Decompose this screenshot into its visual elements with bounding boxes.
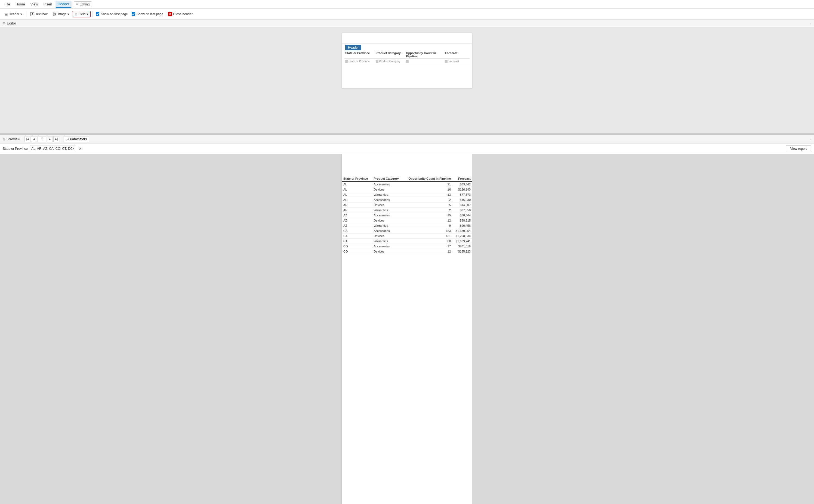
td-forecast: $37,550: [452, 208, 472, 213]
td-count: 15: [403, 213, 452, 218]
canvas-col-3: Opportunity Count In Pipeline: [405, 51, 444, 58]
th-category: Product Category: [372, 176, 403, 182]
preview-section-header: ⊞ Preview |◀ ◀ ▶ ▶| ⊿ Parameters ›: [0, 135, 814, 144]
menu-bar: File Home View Insert Header ✏ Editing: [0, 0, 814, 9]
canvas-header-section[interactable]: Header State or Province Product Categor…: [342, 44, 472, 66]
td-forecast: $90,456: [452, 223, 472, 228]
report-canvas: Header State or Province Product Categor…: [342, 33, 472, 88]
nav-next-btn[interactable]: ▶: [47, 136, 53, 142]
nav-prev-btn[interactable]: ◀: [31, 136, 37, 142]
cell-icon-3: [406, 60, 409, 63]
table-row: CO Devices 12 $155,123: [342, 249, 472, 254]
th-state: State or Province: [342, 176, 372, 182]
header-icon: ▤: [5, 12, 8, 16]
image-button[interactable]: 🖼 Image ▾: [51, 11, 71, 17]
table-row: CA Warranties 88 $1,109,741: [342, 239, 472, 244]
td-category: Warranties: [372, 239, 403, 244]
menu-header[interactable]: Header: [55, 1, 71, 8]
td-forecast: $14,907: [452, 203, 472, 208]
textbox-icon: A: [30, 12, 34, 16]
td-forecast: $58,815: [452, 218, 472, 223]
editor-section-header: ⊞ Editor ›: [0, 20, 814, 27]
view-report-button[interactable]: View report: [786, 145, 811, 152]
canvas-cell-4: Forecast: [444, 60, 470, 63]
td-state: CO: [342, 244, 372, 249]
td-count: 153: [403, 228, 452, 234]
canvas-col-2: Product Category: [375, 51, 405, 58]
menu-insert[interactable]: Insert: [41, 1, 55, 7]
table-row: AL Devices 16 $126,140: [342, 187, 472, 192]
table-header-row: State or Province Product Category Oppor…: [342, 176, 472, 182]
param-select[interactable]: AL, AR, AZ, CA, CO, CT, DC ▾: [30, 145, 75, 152]
show-on-last-checkbox[interactable]: Show on last page: [130, 12, 165, 16]
table-row: AL Accessories 21 $63,342: [342, 182, 472, 187]
td-category: Warranties: [372, 208, 403, 213]
image-chevron: ▾: [67, 12, 69, 16]
parameters-btn-label: Parameters: [70, 137, 87, 141]
td-count: 21: [403, 182, 452, 187]
close-header-button[interactable]: ✕ Close header: [166, 11, 195, 17]
menu-view[interactable]: View: [28, 1, 40, 7]
show-on-first-input[interactable]: [96, 12, 99, 16]
param-select-value: AL, AR, AZ, CA, CO, CT, DC: [31, 147, 73, 151]
editor-section-label: Editor: [7, 21, 16, 25]
td-category: Devices: [372, 187, 403, 192]
canvas-cell-1-label: State or Province: [349, 60, 370, 63]
field-button[interactable]: ⊞ Field ▾: [72, 11, 91, 17]
td-count: 13: [403, 192, 452, 197]
td-forecast: $77,673: [452, 192, 472, 197]
cell-icon-2: [376, 60, 378, 63]
field-icon: ⊞: [74, 12, 77, 16]
preview-side-left: [0, 154, 342, 504]
close-header-label: Close header: [173, 12, 192, 16]
td-state: AR: [342, 197, 372, 203]
header-button[interactable]: ▤ Header ▾: [2, 11, 24, 17]
preview-outer: State or Province Product Category Oppor…: [0, 154, 814, 504]
table-row: AZ Accessories 15 $58,364: [342, 213, 472, 218]
toolbar: ▤ Header ▾ A Text box 🖼 Image ▾ ⊞ Field …: [0, 9, 814, 20]
td-category: Accessories: [372, 244, 403, 249]
table-row: AR Warranties 2 $37,550: [342, 208, 472, 213]
table-row: AR Devices 5 $14,907: [342, 203, 472, 208]
td-state: AL: [342, 192, 372, 197]
show-on-first-checkbox[interactable]: Show on first page: [94, 12, 129, 16]
parameters-button[interactable]: ⊿ Parameters: [64, 136, 89, 142]
menu-file[interactable]: File: [2, 1, 12, 7]
td-forecast: $58,364: [452, 213, 472, 218]
textbox-button[interactable]: A Text box: [28, 11, 50, 17]
td-category: Warranties: [372, 192, 403, 197]
preview-table: State or Province Product Category Oppor…: [342, 176, 472, 254]
td-category: Devices: [372, 234, 403, 239]
td-category: Accessories: [372, 197, 403, 203]
td-category: Warranties: [372, 223, 403, 228]
nav-first-btn[interactable]: |◀: [24, 136, 30, 142]
table-row: AR Accessories 2 $16,030: [342, 197, 472, 203]
td-category: Devices: [372, 203, 403, 208]
show-on-last-input[interactable]: [132, 12, 135, 16]
td-forecast: $126,140: [452, 187, 472, 192]
field-chevron: ▾: [86, 12, 88, 16]
preview-top-space: [342, 154, 472, 176]
editing-label: Editing: [80, 2, 90, 6]
canvas-col-1: State or Province: [344, 51, 375, 58]
td-forecast: $1,258,634: [452, 234, 472, 239]
close-header-icon: ✕: [168, 12, 172, 16]
menu-home[interactable]: Home: [13, 1, 27, 7]
td-state: AL: [342, 187, 372, 192]
nav-last-btn[interactable]: ▶|: [53, 136, 59, 142]
preview-collapse-arrow[interactable]: ›: [810, 138, 811, 141]
td-state: AZ: [342, 223, 372, 228]
canvas-top-space: [342, 33, 472, 44]
editor-collapse-arrow[interactable]: ›: [810, 22, 811, 25]
page-number-input[interactable]: [38, 136, 46, 142]
canvas-cell-2-label: Product Category: [379, 60, 400, 63]
param-clear-button[interactable]: ✕: [77, 147, 83, 151]
td-count: 2: [403, 208, 452, 213]
preview-expand-icon: ⊞: [3, 137, 5, 141]
td-count: 12: [403, 218, 452, 223]
header-tab: Header: [345, 45, 361, 50]
editor-area: Header State or Province Product Categor…: [0, 27, 814, 133]
td-count: 17: [403, 244, 452, 249]
table-row: AL Warranties 13 $77,673: [342, 192, 472, 197]
td-category: Accessories: [372, 213, 403, 218]
